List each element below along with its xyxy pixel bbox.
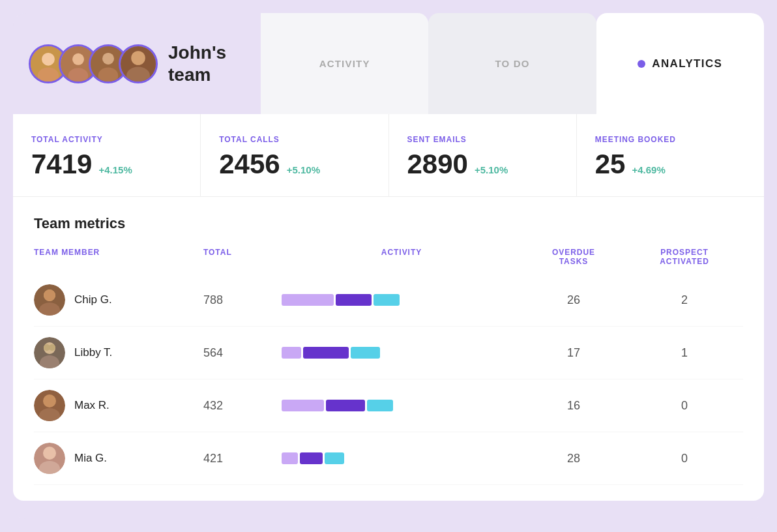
svg-point-8 (98, 67, 119, 83)
member-cell-libby: Libby T. (34, 337, 203, 368)
bar-segment-cyan (367, 400, 393, 411)
stat-change-sent-emails: +5.10% (475, 164, 508, 175)
stat-value-row-sent-emails: 2890 +5.10% (407, 151, 558, 178)
total-cell-chip: 788 (203, 293, 282, 307)
stat-sent-emails: SENT EMAILS 2890 +5.10% (389, 114, 577, 196)
overdue-cell-chip: 26 (521, 293, 626, 307)
tab-todo[interactable]: TO DO (428, 13, 596, 114)
team-name: John's team (168, 42, 226, 85)
bar-segment-purple (300, 452, 323, 464)
bar-segment-lavender (282, 294, 334, 306)
member-cell-mia: Mia G. (34, 443, 203, 474)
header: John's team ACTIVITY TO DO ANALYTICS (13, 13, 764, 114)
svg-point-25 (43, 447, 56, 460)
svg-point-22 (43, 394, 56, 407)
avatar-max (34, 390, 65, 421)
svg-point-20 (49, 344, 55, 351)
avatar-libby (34, 337, 65, 368)
stat-value-row-meeting-booked: 25 +4.69% (595, 151, 746, 178)
avatar-face-4 (121, 46, 156, 81)
avatars-stack (29, 44, 158, 83)
tab-analytics[interactable]: ANALYTICS (596, 13, 764, 114)
stat-value-row-total-calls: 2456 +5.10% (219, 151, 370, 178)
bar-segment-purple (303, 347, 349, 359)
stat-meeting-booked: MEETING BOOKED 25 +4.69% (577, 114, 764, 196)
main-content: TOTAL ACTIVITY 7419 +4.15% TOTAL CALLS 2… (13, 114, 764, 501)
tab-activity-label: ACTIVITY (319, 58, 370, 69)
table-header: TEAM MEMBER TOTAL ACTIVITY OVERDUE TASKS… (34, 248, 743, 274)
app-container: John's team ACTIVITY TO DO ANALYTICS TOT… (13, 13, 764, 519)
member-name-mia: Mia G. (74, 452, 107, 465)
stat-value-sent-emails: 2890 (407, 151, 468, 178)
tabs-section: ACTIVITY TO DO ANALYTICS (261, 13, 764, 114)
overdue-cell-libby: 17 (521, 346, 626, 360)
prospect-cell-chip: 2 (626, 293, 743, 307)
analytics-dot (638, 60, 645, 68)
table-row: Max R.432160 (34, 379, 743, 432)
member-cell-chip: Chip G. (34, 284, 203, 316)
member-cell-max: Max R. (34, 390, 203, 421)
activity-bar-max (282, 400, 521, 411)
stat-value-row-total-activity: 7419 +4.15% (31, 151, 182, 178)
col-header-activity: ACTIVITY (282, 248, 521, 266)
bar-segment-lavender (282, 347, 301, 359)
total-cell-libby: 564 (203, 346, 282, 360)
total-cell-mia: 421 (203, 452, 282, 466)
section-title: Team metrics (34, 215, 743, 232)
stat-change-meeting-booked: +4.69% (632, 164, 665, 175)
table-row: Libby T.564171 (34, 327, 743, 379)
stat-label-sent-emails: SENT EMAILS (407, 135, 558, 144)
col-header-prospect: PROSPECT ACTIVATED (626, 248, 743, 266)
bar-segment-cyan (351, 347, 380, 359)
tab-analytics-label: ANALYTICS (652, 57, 722, 70)
overdue-cell-max: 16 (521, 399, 626, 413)
tab-todo-label: TO DO (495, 58, 529, 69)
table-row: Chip G.788262 (34, 274, 743, 327)
avatar-mia (34, 443, 65, 474)
tab-activity[interactable]: ACTIVITY (261, 13, 428, 114)
member-name-libby: Libby T. (74, 346, 112, 359)
svg-point-10 (131, 51, 145, 65)
col-header-member: TEAM MEMBER (34, 248, 203, 266)
team-metrics: Team metrics TEAM MEMBER TOTAL ACTIVITY … (13, 197, 764, 485)
stat-value-meeting-booked: 25 (595, 151, 626, 178)
svg-point-4 (72, 53, 84, 65)
total-cell-max: 432 (203, 399, 282, 413)
avatar-4 (119, 44, 158, 83)
prospect-cell-libby: 1 (626, 346, 743, 360)
stat-value-total-calls: 2456 (219, 151, 280, 178)
prospect-cell-mia: 0 (626, 452, 743, 466)
svg-point-7 (102, 52, 114, 64)
bar-segment-purple (336, 294, 372, 306)
activity-bar-chip (282, 294, 521, 306)
stat-change-total-activity: +4.15% (98, 164, 132, 175)
member-name-max: Max R. (74, 399, 110, 412)
svg-point-15 (44, 289, 55, 301)
activity-bar-libby (282, 347, 521, 359)
table-row: Mia G.421280 (34, 432, 743, 485)
col-header-total: TOTAL (203, 248, 282, 266)
activity-bar-mia (282, 452, 521, 464)
avatar-chip (34, 284, 65, 316)
bar-segment-cyan (325, 452, 344, 464)
stat-label-total-calls: TOTAL CALLS (219, 135, 370, 144)
stat-change-total-calls: +5.10% (287, 164, 320, 175)
stat-total-activity: TOTAL ACTIVITY 7419 +4.15% (13, 114, 201, 196)
svg-point-5 (68, 68, 89, 83)
bar-segment-lavender (282, 400, 324, 411)
col-header-overdue: OVERDUE TASKS (521, 248, 626, 266)
stat-label-total-activity: TOTAL ACTIVITY (31, 135, 182, 144)
member-name-chip: Chip G. (74, 293, 112, 306)
svg-point-2 (38, 67, 59, 83)
team-section: John's team (13, 13, 261, 114)
stat-label-meeting-booked: MEETING BOOKED (595, 135, 746, 144)
stat-total-calls: TOTAL CALLS 2456 +5.10% (201, 114, 388, 196)
bar-segment-lavender (282, 452, 298, 464)
stat-value-total-activity: 7419 (31, 151, 92, 178)
overdue-cell-mia: 28 (521, 452, 626, 466)
bar-segment-purple (326, 400, 365, 411)
table-rows-container: Chip G.788262 Libby T.564171 Max R.43216… (34, 274, 743, 485)
prospect-cell-max: 0 (626, 399, 743, 413)
svg-point-1 (42, 52, 55, 65)
stats-row: TOTAL ACTIVITY 7419 +4.15% TOTAL CALLS 2… (13, 114, 764, 197)
